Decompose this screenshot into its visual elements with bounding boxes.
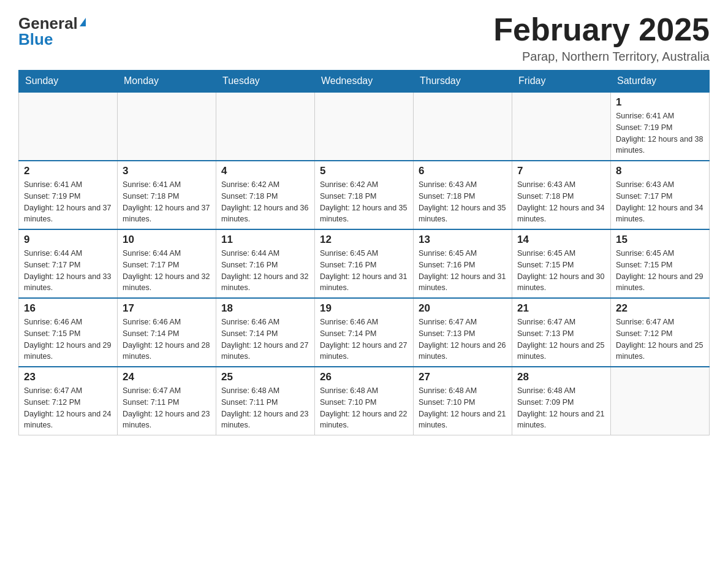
calendar-cell: 13Sunrise: 6:45 AMSunset: 7:16 PMDayligh…	[414, 229, 512, 298]
logo: General Blue	[18, 12, 86, 47]
day-number: 25	[221, 371, 309, 383]
day-number: 3	[123, 165, 211, 177]
week-row: 9Sunrise: 6:44 AMSunset: 7:17 PMDaylight…	[19, 229, 710, 298]
calendar-cell: 6Sunrise: 6:43 AMSunset: 7:18 PMDaylight…	[414, 161, 512, 229]
day-info: Sunrise: 6:41 AMSunset: 7:19 PMDaylight:…	[24, 179, 112, 225]
day-number: 18	[221, 302, 309, 315]
calendar-cell: 11Sunrise: 6:44 AMSunset: 7:16 PMDayligh…	[216, 229, 315, 298]
day-info: Sunrise: 6:47 AMSunset: 7:11 PMDaylight:…	[123, 385, 211, 431]
day-info: Sunrise: 6:45 AMSunset: 7:15 PMDaylight:…	[616, 248, 704, 294]
calendar-cell: 9Sunrise: 6:44 AMSunset: 7:17 PMDaylight…	[19, 229, 118, 298]
day-info: Sunrise: 6:46 AMSunset: 7:14 PMDaylight:…	[320, 316, 408, 362]
day-of-week-header: Tuesday	[216, 71, 315, 93]
calendar-cell: 7Sunrise: 6:43 AMSunset: 7:18 PMDaylight…	[512, 161, 611, 229]
day-info: Sunrise: 6:44 AMSunset: 7:17 PMDaylight:…	[24, 248, 112, 294]
calendar-cell: 2Sunrise: 6:41 AMSunset: 7:19 PMDaylight…	[19, 161, 118, 229]
day-of-week-header: Monday	[118, 71, 216, 93]
day-number: 2	[24, 165, 112, 177]
day-info: Sunrise: 6:47 AMSunset: 7:12 PMDaylight:…	[24, 385, 112, 431]
day-info: Sunrise: 6:45 AMSunset: 7:16 PMDaylight:…	[419, 248, 507, 294]
day-info: Sunrise: 6:47 AMSunset: 7:13 PMDaylight:…	[419, 316, 507, 362]
week-row: 23Sunrise: 6:47 AMSunset: 7:12 PMDayligh…	[19, 367, 710, 435]
day-number: 15	[616, 234, 704, 246]
calendar-cell: 23Sunrise: 6:47 AMSunset: 7:12 PMDayligh…	[19, 367, 118, 435]
calendar-cell	[512, 92, 611, 161]
day-number: 12	[320, 234, 408, 246]
calendar-cell: 19Sunrise: 6:46 AMSunset: 7:14 PMDayligh…	[315, 298, 414, 367]
day-info: Sunrise: 6:44 AMSunset: 7:16 PMDaylight:…	[221, 248, 309, 294]
day-number: 8	[616, 165, 704, 177]
day-number: 23	[24, 371, 112, 383]
week-row: 16Sunrise: 6:46 AMSunset: 7:15 PMDayligh…	[19, 298, 710, 367]
day-of-week-header: Wednesday	[315, 71, 414, 93]
calendar-cell: 1Sunrise: 6:41 AMSunset: 7:19 PMDaylight…	[611, 92, 710, 161]
day-info: Sunrise: 6:43 AMSunset: 7:17 PMDaylight:…	[616, 179, 704, 225]
day-info: Sunrise: 6:43 AMSunset: 7:18 PMDaylight:…	[419, 179, 507, 225]
calendar-cell	[118, 92, 216, 161]
day-info: Sunrise: 6:46 AMSunset: 7:14 PMDaylight:…	[123, 316, 211, 362]
day-info: Sunrise: 6:45 AMSunset: 7:16 PMDaylight:…	[320, 248, 408, 294]
day-number: 17	[123, 302, 211, 315]
calendar-cell	[19, 92, 118, 161]
day-info: Sunrise: 6:47 AMSunset: 7:13 PMDaylight:…	[517, 316, 605, 362]
calendar-cell: 28Sunrise: 6:48 AMSunset: 7:09 PMDayligh…	[512, 367, 611, 435]
day-number: 19	[320, 302, 408, 315]
calendar-cell: 16Sunrise: 6:46 AMSunset: 7:15 PMDayligh…	[19, 298, 118, 367]
day-info: Sunrise: 6:48 AMSunset: 7:10 PMDaylight:…	[419, 385, 507, 431]
logo-blue-text: Blue	[18, 31, 53, 47]
logo-triangle-icon	[80, 18, 86, 26]
location-title: Parap, Northern Territory, Australia	[493, 50, 710, 64]
day-info: Sunrise: 6:42 AMSunset: 7:18 PMDaylight:…	[221, 179, 309, 225]
day-of-week-header: Thursday	[414, 71, 512, 93]
day-info: Sunrise: 6:43 AMSunset: 7:18 PMDaylight:…	[517, 179, 605, 225]
day-number: 5	[320, 165, 408, 177]
day-number: 14	[517, 234, 605, 246]
month-title: February 2025	[493, 12, 710, 47]
week-row: 2Sunrise: 6:41 AMSunset: 7:19 PMDaylight…	[19, 161, 710, 229]
day-info: Sunrise: 6:48 AMSunset: 7:10 PMDaylight:…	[320, 385, 408, 431]
day-number: 1	[616, 96, 704, 109]
day-info: Sunrise: 6:48 AMSunset: 7:09 PMDaylight:…	[517, 385, 605, 431]
day-info: Sunrise: 6:46 AMSunset: 7:15 PMDaylight:…	[24, 316, 112, 362]
day-info: Sunrise: 6:41 AMSunset: 7:19 PMDaylight:…	[616, 110, 704, 156]
days-of-week-row: SundayMondayTuesdayWednesdayThursdayFrid…	[19, 71, 710, 93]
day-number: 27	[419, 371, 507, 383]
day-number: 16	[24, 302, 112, 315]
calendar-cell	[216, 92, 315, 161]
day-of-week-header: Sunday	[19, 71, 118, 93]
calendar-cell: 21Sunrise: 6:47 AMSunset: 7:13 PMDayligh…	[512, 298, 611, 367]
day-info: Sunrise: 6:47 AMSunset: 7:12 PMDaylight:…	[616, 316, 704, 362]
day-number: 10	[123, 234, 211, 246]
day-number: 7	[517, 165, 605, 177]
day-number: 4	[221, 165, 309, 177]
calendar-cell: 8Sunrise: 6:43 AMSunset: 7:17 PMDaylight…	[611, 161, 710, 229]
calendar-cell	[611, 367, 710, 435]
calendar-cell: 17Sunrise: 6:46 AMSunset: 7:14 PMDayligh…	[118, 298, 216, 367]
calendar-cell: 5Sunrise: 6:42 AMSunset: 7:18 PMDaylight…	[315, 161, 414, 229]
day-number: 28	[517, 371, 605, 383]
calendar-cell: 27Sunrise: 6:48 AMSunset: 7:10 PMDayligh…	[414, 367, 512, 435]
calendar-cell: 3Sunrise: 6:41 AMSunset: 7:18 PMDaylight…	[118, 161, 216, 229]
title-area: February 2025 Parap, Northern Territory,…	[493, 12, 710, 64]
day-of-week-header: Friday	[512, 71, 611, 93]
day-of-week-header: Saturday	[611, 71, 710, 93]
calendar-cell: 15Sunrise: 6:45 AMSunset: 7:15 PMDayligh…	[611, 229, 710, 298]
day-info: Sunrise: 6:48 AMSunset: 7:11 PMDaylight:…	[221, 385, 309, 431]
calendar-cell: 24Sunrise: 6:47 AMSunset: 7:11 PMDayligh…	[118, 367, 216, 435]
day-info: Sunrise: 6:41 AMSunset: 7:18 PMDaylight:…	[123, 179, 211, 225]
day-number: 9	[24, 234, 112, 246]
day-info: Sunrise: 6:42 AMSunset: 7:18 PMDaylight:…	[320, 179, 408, 225]
day-number: 11	[221, 234, 309, 246]
day-number: 22	[616, 302, 704, 315]
calendar-cell: 25Sunrise: 6:48 AMSunset: 7:11 PMDayligh…	[216, 367, 315, 435]
calendar-cell: 4Sunrise: 6:42 AMSunset: 7:18 PMDaylight…	[216, 161, 315, 229]
calendar-cell: 22Sunrise: 6:47 AMSunset: 7:12 PMDayligh…	[611, 298, 710, 367]
day-info: Sunrise: 6:46 AMSunset: 7:14 PMDaylight:…	[221, 316, 309, 362]
day-number: 21	[517, 302, 605, 315]
calendar-cell: 20Sunrise: 6:47 AMSunset: 7:13 PMDayligh…	[414, 298, 512, 367]
calendar-cell: 18Sunrise: 6:46 AMSunset: 7:14 PMDayligh…	[216, 298, 315, 367]
calendar-cell: 14Sunrise: 6:45 AMSunset: 7:15 PMDayligh…	[512, 229, 611, 298]
day-number: 24	[123, 371, 211, 383]
calendar-cell	[414, 92, 512, 161]
day-info: Sunrise: 6:45 AMSunset: 7:15 PMDaylight:…	[517, 248, 605, 294]
